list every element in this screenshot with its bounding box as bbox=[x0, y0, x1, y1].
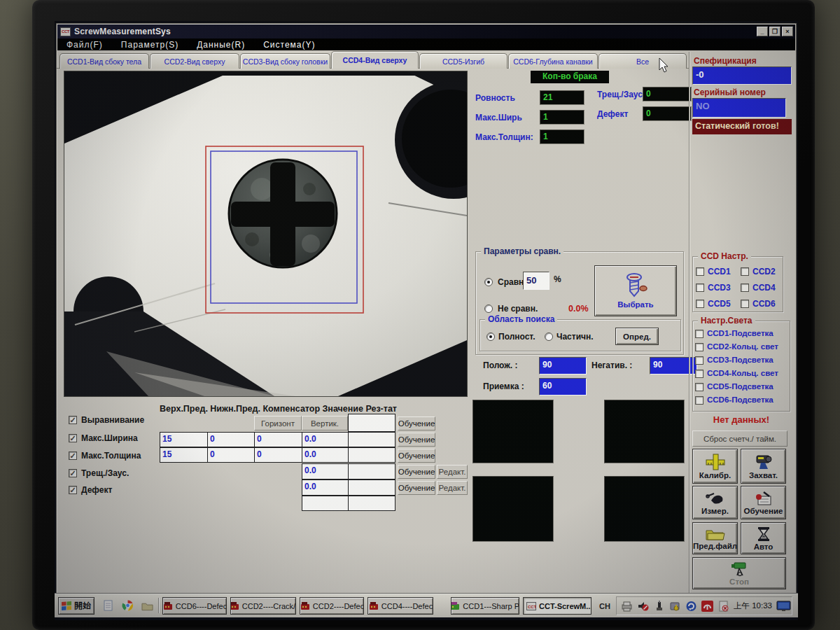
display-tray-icon[interactable] bbox=[776, 601, 791, 612]
restore-button[interactable]: ❐ bbox=[769, 27, 780, 36]
antivirus-tray-icon[interactable] bbox=[701, 601, 713, 612]
chrome-quicklaunch-icon[interactable] bbox=[122, 600, 134, 611]
max-width-label: Макс.Ширина bbox=[81, 433, 138, 443]
taskbar-item-ccd4-defect[interactable]: CCD4----Defect bbox=[368, 597, 433, 615]
upper-limit-max-thickness[interactable]: 15 bbox=[160, 447, 208, 463]
taskbar-item-cct-screwm-active[interactable]: CCT CCT-ScrewM... bbox=[523, 597, 592, 615]
light-ccd4-checkbox[interactable] bbox=[695, 370, 704, 378]
light-ccd2-checkbox[interactable] bbox=[695, 343, 704, 351]
calibrate-button[interactable]: Калибр. bbox=[692, 449, 738, 484]
taskbar-item-ccd2-crack[interactable]: CCD2----Crack/.. bbox=[230, 597, 296, 615]
taskbar-item-ccd2-defect[interactable]: CCD2----Defect bbox=[300, 597, 364, 615]
negative-field[interactable]: 90 bbox=[650, 357, 697, 374]
teach-button-alignment[interactable]: Обучение bbox=[398, 416, 435, 430]
menu-system[interactable]: Система(Y) bbox=[263, 40, 315, 50]
tab-ccd5[interactable]: CCD5-Изгиб bbox=[419, 53, 507, 69]
negative-label: Негатив. : bbox=[592, 360, 632, 370]
ccd2-label: CCD2 bbox=[752, 267, 776, 276]
lower-limit-max-width[interactable]: 0 bbox=[207, 432, 255, 447]
machine-icon bbox=[369, 601, 379, 610]
teach-button-max-width[interactable]: Обучение bbox=[398, 433, 435, 447]
printer-tray-icon[interactable] bbox=[621, 601, 633, 612]
upper-limit-max-width[interactable]: 15 bbox=[160, 432, 208, 447]
screw-icon bbox=[624, 273, 648, 300]
crack-checkbox[interactable]: ✓ bbox=[69, 469, 77, 477]
value-max-width: 0.0 bbox=[302, 432, 349, 447]
tab-all[interactable]: Все bbox=[598, 53, 687, 69]
ccd6-checkbox[interactable] bbox=[741, 300, 749, 308]
menu-file[interactable]: Файл(F) bbox=[66, 40, 103, 50]
title-bar: CCT ScrewMeasurementSys _ ❐ × bbox=[57, 24, 795, 38]
tab-ccd6[interactable]: CCD6-Глубина канавки bbox=[508, 53, 598, 69]
volume-mute-tray-icon[interactable] bbox=[637, 601, 649, 612]
teach-button-max-thickness[interactable]: Обучение bbox=[398, 449, 435, 463]
display-box-2 bbox=[604, 400, 685, 463]
compensator-max-thickness[interactable]: 0 bbox=[254, 447, 302, 463]
serial-field[interactable]: NO bbox=[692, 98, 786, 118]
ccd1-checkbox[interactable] bbox=[696, 267, 704, 276]
compensator-max-width[interactable]: 0 bbox=[254, 432, 302, 447]
edit-button-defect[interactable]: Редакт. bbox=[437, 481, 468, 495]
spec-field[interactable]: -0 bbox=[692, 66, 792, 85]
tab-ccd2[interactable]: CCD2-Вид сверху bbox=[150, 53, 239, 69]
ccd3-checkbox[interactable] bbox=[696, 284, 704, 292]
lower-limit-max-thickness[interactable]: 0 bbox=[207, 447, 255, 463]
taskbar-item-ccd1-sharp[interactable]: CCD1---Sharp P.. bbox=[451, 597, 519, 615]
light-ccd5-checkbox[interactable] bbox=[695, 383, 704, 391]
light-ccd6-checkbox[interactable] bbox=[695, 396, 704, 405]
light-ccd3-checkbox[interactable] bbox=[695, 356, 704, 365]
folder-quicklaunch-icon[interactable] bbox=[141, 601, 153, 612]
capture-button[interactable]: Захват. bbox=[741, 449, 786, 484]
define-button[interactable]: Опред. bbox=[615, 328, 659, 345]
close-button[interactable]: × bbox=[782, 27, 793, 36]
result-cell-max-width bbox=[348, 432, 396, 447]
taskbar-item-ccd6-defect[interactable]: CCD6----Defect bbox=[162, 597, 227, 615]
max-width-checkbox[interactable]: ✓ bbox=[69, 434, 77, 442]
defect-checkbox[interactable]: ✓ bbox=[69, 486, 77, 494]
radio-full-search[interactable] bbox=[486, 332, 495, 341]
stop-button[interactable]: Стоп bbox=[692, 557, 786, 589]
menu-data[interactable]: Данные(R) bbox=[197, 40, 245, 50]
ccd5-checkbox[interactable] bbox=[696, 300, 704, 308]
minimize-button[interactable]: _ bbox=[757, 27, 768, 36]
disconnected-doc-tray-icon[interactable] bbox=[718, 601, 729, 612]
usb-device-tray-icon[interactable] bbox=[653, 601, 665, 612]
display-box-3 bbox=[472, 476, 554, 542]
security-key-tray-icon[interactable] bbox=[669, 601, 681, 612]
teach-label: Обучение bbox=[744, 507, 783, 515]
menu-param[interactable]: Параметр(S) bbox=[121, 40, 178, 50]
tab-ccd3[interactable]: CCD3-Вид сбоку головки bbox=[240, 53, 330, 69]
reset-counter-button[interactable]: Сброс счетч./ тайм. bbox=[692, 430, 788, 447]
positive-field[interactable]: 90 bbox=[539, 357, 587, 374]
prev-file-button[interactable]: Пред.файл bbox=[692, 522, 738, 554]
notepad-quicklaunch-icon[interactable] bbox=[102, 600, 114, 611]
tab-ccd4-active[interactable]: CCD4-Вид сверху bbox=[331, 51, 419, 69]
radio-compare[interactable] bbox=[484, 278, 493, 286]
select-template-button[interactable]: Выбрать bbox=[594, 265, 677, 316]
radio-not-compare[interactable] bbox=[484, 304, 493, 313]
tab-ccd1[interactable]: CCD1-Вид сбоку тела bbox=[59, 53, 149, 69]
radio-partial-search[interactable] bbox=[545, 332, 553, 341]
compare-percent-input[interactable]: 50 bbox=[523, 272, 550, 290]
panel-separator bbox=[689, 52, 690, 594]
ccd4-checkbox[interactable] bbox=[741, 284, 749, 292]
counter-label-defect: Дефект bbox=[597, 109, 628, 119]
light-ccd1-checkbox[interactable] bbox=[695, 330, 704, 338]
auto-button[interactable]: Авто bbox=[741, 522, 786, 554]
language-indicator[interactable]: CH bbox=[596, 599, 613, 613]
accept-field[interactable]: 60 bbox=[539, 378, 587, 396]
edit-button-crack[interactable]: Редакт. bbox=[437, 465, 468, 479]
max-thickness-checkbox[interactable]: ✓ bbox=[69, 451, 77, 460]
teach-button-defect[interactable]: Обучение bbox=[398, 481, 435, 495]
teach-button[interactable]: Обучение bbox=[741, 486, 786, 519]
prev-file-label: Пред.файл bbox=[693, 542, 737, 550]
ccd2-checkbox[interactable] bbox=[741, 267, 749, 276]
measure-button[interactable]: Измер. bbox=[692, 486, 738, 519]
align-vertical-button[interactable]: Вертик. bbox=[302, 416, 348, 430]
align-horizontal-button[interactable]: Горизонт bbox=[254, 416, 302, 430]
update-swirl-tray-icon[interactable] bbox=[685, 601, 697, 612]
start-button[interactable]: 開始 bbox=[58, 597, 94, 615]
start-label: 開始 bbox=[74, 600, 91, 612]
alignment-checkbox[interactable]: ✓ bbox=[69, 416, 77, 424]
teach-button-crack[interactable]: Обучение bbox=[398, 465, 435, 479]
